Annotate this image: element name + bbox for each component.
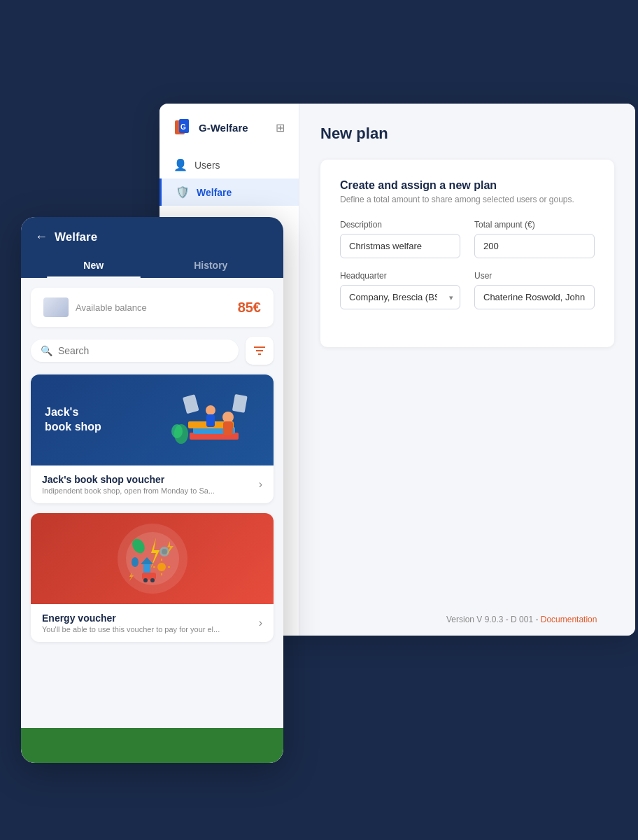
svg-marker-21	[143, 564, 150, 573]
chevron-right-icon-2: ›	[259, 617, 262, 629]
svg-point-26	[157, 563, 166, 571]
form-row-1: Description Total ampunt (€)	[340, 220, 595, 258]
energy-text: Energy voucher You'll be able to use thi…	[42, 612, 220, 634]
search-input-wrapper: 🔍	[31, 340, 239, 362]
bookshop-voucher-card: Jack'sbook shop	[31, 374, 274, 503]
svg-rect-10	[223, 421, 233, 435]
bookshop-info-row[interactable]: Jack's book shop voucher Indipendent boo…	[31, 465, 274, 503]
description-input[interactable]	[340, 234, 460, 258]
welfare-icon: 🛡️	[176, 186, 190, 199]
svg-rect-3	[254, 346, 265, 348]
total-input[interactable]	[474, 234, 595, 258]
mobile-tabs: New History	[35, 253, 269, 278]
mobile-header: ← Welfare New History	[21, 217, 283, 278]
svg-point-24	[162, 549, 167, 554]
svg-rect-14	[232, 394, 248, 413]
mobile-back-row: ← Welfare	[35, 230, 269, 244]
energy-illustration	[107, 517, 198, 601]
form-card-title: Create and assign a new plan	[340, 179, 595, 192]
user-input[interactable]	[474, 285, 595, 309]
svg-point-33	[150, 578, 155, 582]
bookshop-banner: Jack'sbook shop	[31, 374, 274, 465]
total-label: Total ampunt (€)	[474, 220, 595, 230]
tab-history[interactable]: History	[153, 253, 270, 278]
search-input[interactable]	[58, 345, 229, 356]
svg-rect-12	[206, 414, 215, 427]
tab-new[interactable]: New	[35, 253, 153, 278]
mobile-page-title: Welfare	[55, 230, 97, 244]
sidebar-item-welfare-label: Welfare	[197, 187, 232, 198]
form-group-description: Description	[340, 220, 460, 258]
sidebar-item-users-label: Users	[194, 160, 220, 171]
svg-rect-13	[183, 394, 199, 414]
filter-button[interactable]	[246, 337, 274, 365]
mobile-body: Available balance 85€ 🔍 Jack'sbo	[21, 278, 283, 747]
svg-point-25	[132, 557, 139, 567]
headquarter-select[interactable]: Company, Brescia (BS)	[340, 285, 460, 309]
balance-label: Available balance	[76, 302, 147, 313]
bottom-action-button[interactable]	[21, 728, 283, 763]
sidebar-item-users[interactable]: 👤 Users	[160, 151, 299, 178]
search-icon: 🔍	[41, 345, 52, 356]
headquarter-label: Headquarter	[340, 271, 460, 281]
bookshop-title: Jack's book shop voucher	[42, 474, 215, 485]
version-text: Version V 9.0.3 - D 001 -	[446, 615, 538, 624]
svg-point-11	[206, 405, 215, 415]
svg-text:G: G	[180, 123, 186, 131]
app-name: G-Welfare	[199, 122, 248, 134]
chevron-right-icon: ›	[259, 478, 262, 491]
balance-card: Available balance 85€	[31, 288, 274, 327]
main-content: New plan Create and assign a new plan De…	[299, 104, 635, 636]
mobile-panel: ← Welfare New History Available balance …	[21, 217, 283, 763]
svg-rect-5	[258, 354, 261, 355]
bookshop-image-area: Jack'sbook shop	[31, 374, 274, 465]
form-card-subtitle: Define a total amount to share among sel…	[340, 195, 595, 204]
energy-description: You'll be able to use this voucher to pa…	[42, 625, 220, 634]
balance-label-row: Available balance	[43, 298, 147, 317]
balance-amount: 85€	[238, 300, 261, 316]
headquarter-select-wrapper: Company, Brescia (BS) ▾	[340, 285, 460, 309]
form-card: Create and assign a new plan Define a to…	[320, 160, 614, 347]
sidebar-item-welfare[interactable]: 🛡️ Welfare	[160, 178, 299, 206]
svg-rect-31	[142, 573, 156, 580]
energy-voucher-card: Energy voucher You'll be able to use thi…	[31, 513, 274, 642]
back-icon[interactable]: ←	[35, 230, 48, 244]
description-label: Description	[340, 220, 460, 230]
user-label: User	[474, 271, 595, 281]
form-group-headquarter: Headquarter Company, Brescia (BS) ▾	[340, 271, 460, 309]
form-group-user: User	[474, 271, 595, 309]
bookshop-description: Indipendent book shop, open from Monday …	[42, 486, 215, 495]
svg-point-32	[143, 578, 148, 582]
form-row-2: Headquarter Company, Brescia (BS) ▾ User	[340, 271, 595, 309]
svg-rect-4	[256, 350, 263, 351]
users-icon: 👤	[173, 158, 187, 172]
energy-title: Energy voucher	[42, 612, 220, 624]
documentation-link[interactable]: Documentation	[541, 615, 597, 624]
filter-icon	[253, 344, 267, 358]
search-row: 🔍	[31, 337, 274, 365]
bookshop-name: Jack'sbook shop	[45, 405, 169, 435]
bookshop-illustration	[169, 384, 260, 457]
balance-icon	[43, 298, 69, 317]
energy-banner	[31, 513, 274, 604]
svg-point-9	[222, 412, 234, 423]
version-bar: Version V 9.0.3 - D 001 - Documentation	[446, 615, 597, 624]
grid-icon[interactable]: ⊞	[276, 121, 285, 134]
svg-point-16	[171, 424, 183, 438]
sidebar-logo: G G-Welfare ⊞	[160, 118, 299, 151]
energy-image-area	[31, 513, 274, 604]
page-title: New plan	[320, 125, 614, 143]
bookshop-text: Jack's book shop voucher Indipendent boo…	[42, 474, 215, 495]
app-logo-icon: G	[173, 118, 193, 137]
energy-info-row[interactable]: Energy voucher You'll be able to use thi…	[31, 604, 274, 642]
form-group-total: Total ampunt (€)	[474, 220, 595, 258]
